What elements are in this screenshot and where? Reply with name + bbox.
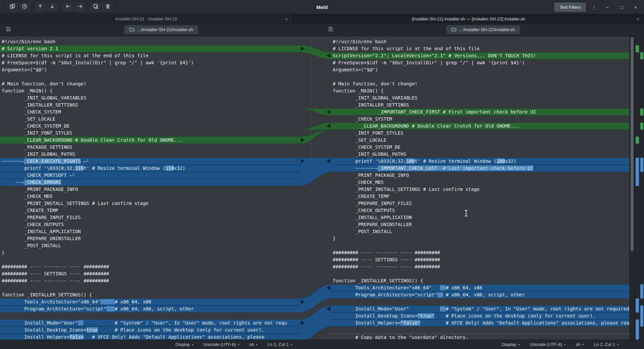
overview-diff-mark[interactable] xyxy=(640,158,644,172)
code-line: ######### ---- -------- ---- ######### xyxy=(0,277,300,284)
close-icon: × xyxy=(634,4,637,10)
menu-button[interactable]: ⋮ xyxy=(589,2,599,12)
arrow-down-icon xyxy=(50,4,55,10)
next-change-button[interactable] xyxy=(46,2,58,12)
overview-diff-mark[interactable] xyxy=(640,52,644,59)
code-line: _PRINT_INSTALL_SETTINGS # Last confirm s… xyxy=(331,186,629,193)
overview-diff-mark[interactable] xyxy=(636,45,639,52)
copy-icon xyxy=(93,4,99,10)
close-window-button[interactable]: × xyxy=(630,2,641,12)
left-code-pane[interactable]: #!/usr/bin/env bash# Script version 2.1#… xyxy=(0,36,300,340)
code-line: # LICENSE for this script is at the end … xyxy=(331,45,629,52)
code-line: _CHECK_MD5 xyxy=(0,193,300,200)
save-left-button[interactable] xyxy=(3,25,13,34)
overview-diff-mark[interactable] xyxy=(636,158,639,186)
code-line xyxy=(331,298,629,305)
header-bar: Meld Text Filters ⋮ − □ × xyxy=(0,0,644,14)
code-line: ───────→_CECK_EXECUTE_RIGHTS ←┘ xyxy=(0,158,300,165)
push-right-button[interactable] xyxy=(74,2,86,12)
documents-icon xyxy=(10,4,15,10)
overview-diff-mark[interactable] xyxy=(636,137,639,144)
new-comparison-button[interactable] xyxy=(6,2,18,12)
code-line: ######### ---- SETTINGS ---- ######### xyxy=(331,256,629,263)
code-line: _INSTALL_APPLICATION xyxy=(331,214,629,221)
floppy-icon xyxy=(6,26,11,33)
code-line: function _MAIN() { xyxy=(0,87,300,94)
code-line: ──→_CHECK_ERRORS xyxy=(0,179,300,186)
code-line: Program_Architecture="script" # x86_64, … xyxy=(0,305,300,312)
right-code-pane[interactable]: #!/usr/bin/env bash# LICENSE for this sc… xyxy=(331,36,629,340)
code-line: Install_Mode="User" ··# "System" / "User… xyxy=(331,305,629,312)
overview-map-left[interactable] xyxy=(635,36,640,340)
diff-chunk-connector xyxy=(300,123,331,130)
code-line: # LICENSE for this script is at the end … xyxy=(0,52,300,59)
previous-change-button[interactable] xyxy=(34,2,46,12)
minimize-button[interactable]: − xyxy=(602,2,613,12)
code-line: # Main function, don't change! xyxy=(331,80,629,87)
dropdown-caret-icon: ▾ xyxy=(291,343,292,346)
left-file-path: .../Installer-SH-21/installer.sh xyxy=(137,27,193,32)
save-right-button[interactable] xyxy=(326,25,336,34)
refresh-button[interactable] xyxy=(18,2,30,12)
clock-icon xyxy=(22,4,27,10)
code-line xyxy=(0,73,300,80)
scrollbar-thumb[interactable] xyxy=(631,37,634,251)
code-line: _PRINT_PACKAGE_INFO xyxy=(331,172,629,179)
comparison-tab[interactable]: Installer-SH-21 : Installer-SH-22 × xyxy=(0,14,293,23)
right-file-path-button[interactable]: .../Installer-SH-22/installer.sh xyxy=(446,25,520,34)
code-line: _INIT_GLOBAL_VARIABLES xyxy=(0,94,300,101)
code-line: _CHECK_PORTSOFT ←┘ xyxy=(0,172,300,179)
code-line: printf '\033[8;32;100t' # Resize termina… xyxy=(331,158,629,165)
file-header-row: .../Installer-SH-21/installer.sh .../Ins… xyxy=(0,23,644,36)
syntax-menu-left[interactable]: sh ▾ xyxy=(249,342,257,347)
minimize-icon: − xyxy=(606,4,609,10)
delete-button[interactable] xyxy=(102,2,114,12)
code-line: _INIT_GLOBAL_VARIABLES xyxy=(331,94,629,101)
code-line: _PACKAGE_SETTINGS xyxy=(0,144,300,151)
cursor-position-right[interactable]: Ln 2, Col 1 ▾ xyxy=(594,342,619,347)
comparison-tab-label: Installer-SH-21 : Installer-SH-22 xyxy=(115,16,177,21)
status-bar: Display ▾ Unicode (UTF-8) ▾ sh ▾ Ln 1, C… xyxy=(0,340,644,349)
dropdown-caret-icon: ▾ xyxy=(192,343,193,346)
encoding-menu-right[interactable]: Unicode (UTF-8) ▾ xyxy=(530,342,566,347)
overview-diff-mark[interactable] xyxy=(640,305,644,327)
push-left-button[interactable] xyxy=(62,2,74,12)
overview-map-right[interactable] xyxy=(640,36,644,340)
code-line: _SET_LOCALE xyxy=(0,116,300,123)
dropdown-caret-icon: ▾ xyxy=(518,343,520,346)
code-line xyxy=(0,312,300,320)
code-line: _SET_LOCALE xyxy=(331,137,629,144)
cursor-position-left[interactable]: Ln 1, Col 1 ▾ xyxy=(268,342,292,347)
right-file-path: .../Installer-SH-22/installer.sh xyxy=(459,27,515,32)
maximize-button[interactable]: □ xyxy=(616,2,627,12)
display-menu-left[interactable]: Display ▾ xyxy=(176,342,193,347)
code-line: Install_Desktop_Icons=true # Place icons… xyxy=(0,327,300,334)
code-line: Tools_Architecture="x86_64" ··# x86_64, … xyxy=(331,284,629,291)
overview-diff-mark[interactable] xyxy=(636,320,639,340)
code-line: # Main function, don't change! xyxy=(0,80,300,87)
diff-overview-map[interactable] xyxy=(635,36,644,340)
dropdown-caret-icon: ▾ xyxy=(238,343,240,346)
overview-diff-mark[interactable] xyxy=(636,298,639,312)
code-line: _INIT_FONT_STYLES xyxy=(331,130,629,137)
copy-button[interactable] xyxy=(89,2,102,12)
left-file-path-button[interactable]: .../Installer-SH-21/installer.sh xyxy=(124,25,198,34)
code-line: function _INSTALLER_SETTINGS() { xyxy=(0,291,300,298)
encoding-menu-left[interactable]: Unicode (UTF-8) ▾ xyxy=(203,342,239,347)
code-line: Program_Architecture="script"·· # x86_64… xyxy=(331,291,629,298)
overview-diff-mark[interactable] xyxy=(640,284,644,298)
code-line: Arguments=("$@") xyxy=(0,66,300,73)
syntax-menu-right[interactable]: sh ▾ xyxy=(576,342,584,347)
code-line: # Copy data to the "userdata" directory. xyxy=(331,334,629,340)
code-line: _IMPORTANT_CHECK_FIRST # First important… xyxy=(331,109,629,116)
overview-diff-mark[interactable] xyxy=(640,109,644,116)
comparison-close-icon[interactable]: × xyxy=(637,17,639,21)
folder-icon xyxy=(129,27,134,32)
tab-close-icon[interactable]: × xyxy=(285,17,288,21)
diff-gutter[interactable] xyxy=(300,36,331,340)
overview-diff-mark[interactable] xyxy=(640,123,644,130)
text-filters-button[interactable]: Text Filters xyxy=(554,2,586,12)
code-line xyxy=(331,73,629,80)
vertical-scrollbar[interactable] xyxy=(629,36,635,340)
display-menu-right[interactable]: Display ▾ xyxy=(502,342,520,347)
